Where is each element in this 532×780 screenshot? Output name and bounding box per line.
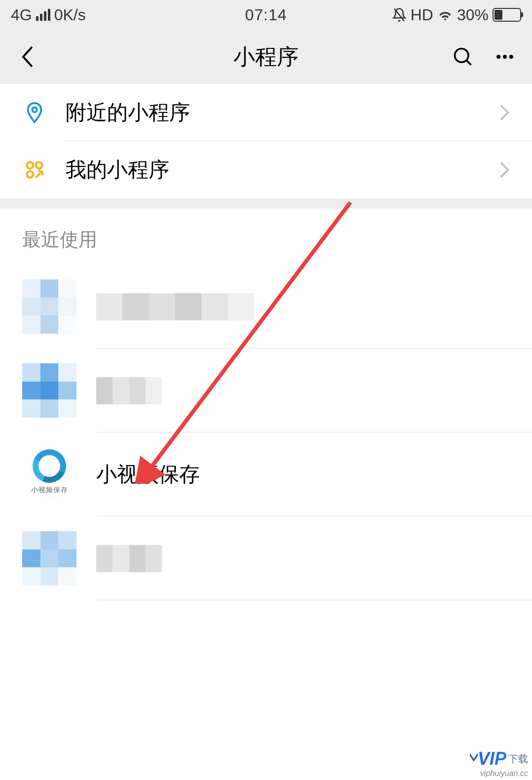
menu-item-mine[interactable]: 我的小程序	[0, 141, 532, 198]
mute-icon	[392, 7, 407, 22]
svg-point-1	[455, 49, 469, 63]
svg-marker-12	[470, 753, 478, 762]
app-label: 小视频保存	[96, 461, 200, 488]
watermark-logo-text: VIP	[478, 748, 506, 769]
svg-point-9	[27, 171, 33, 178]
watermark: VIP 下载 viphuiyuan.cc	[469, 748, 528, 778]
svg-point-6	[32, 107, 37, 112]
hd-label: HD	[411, 6, 433, 24]
search-icon	[452, 46, 474, 68]
section-divider	[0, 198, 532, 208]
battery-percent-label: 30%	[457, 6, 489, 24]
app-icon-blurred	[22, 279, 76, 334]
watermark-suffix: 下载	[508, 752, 528, 766]
recent-item-blurred[interactable]	[0, 349, 532, 432]
app-label-blurred	[96, 293, 254, 320]
menu-label: 附近的小程序	[66, 99, 499, 126]
more-icon	[494, 46, 516, 68]
chevron-right-icon	[499, 160, 510, 179]
network-speed-label: 0K/s	[54, 6, 86, 24]
svg-point-3	[496, 55, 500, 59]
recent-item-blurred[interactable]	[0, 516, 532, 600]
svg-point-5	[509, 55, 513, 59]
nav-bar: 小程序	[0, 30, 532, 84]
svg-point-8	[36, 162, 42, 168]
apps-icon	[22, 157, 47, 182]
status-bar: 4G 0K/s 07:14 HD 30%	[0, 0, 532, 30]
more-button[interactable]	[493, 44, 517, 69]
app-icon-blurred	[22, 531, 76, 585]
network-type-label: 4G	[11, 6, 32, 24]
wifi-icon	[437, 7, 453, 23]
recent-item-blurred[interactable]	[0, 265, 532, 349]
nav-right	[451, 44, 517, 69]
search-button[interactable]	[451, 44, 475, 69]
video-save-app-icon: 小视频保存 · · · · ·	[22, 447, 76, 502]
status-time: 07:14	[245, 6, 287, 24]
svg-point-4	[503, 55, 507, 59]
chevron-right-icon	[499, 103, 510, 122]
app-icon-blurred	[22, 363, 76, 418]
back-button[interactable]	[15, 44, 39, 69]
recent-header: 最近使用	[0, 208, 532, 265]
status-right: HD 30%	[392, 6, 521, 24]
status-left: 4G 0K/s	[11, 6, 86, 24]
location-icon	[22, 100, 47, 125]
menu-item-nearby[interactable]: 附近的小程序	[0, 84, 532, 141]
svg-line-2	[466, 60, 471, 65]
chevron-left-icon	[20, 45, 34, 69]
recent-item-video-save[interactable]: 小视频保存 · · · · · 小视频保存	[0, 432, 532, 516]
menu-section: 附近的小程序 我的小程序	[0, 84, 532, 198]
svg-point-7	[27, 162, 33, 168]
signal-icon	[36, 9, 50, 21]
recent-list: 小视频保存 · · · · · 小视频保存	[0, 265, 532, 600]
watermark-url: viphuiyuan.cc	[480, 769, 528, 778]
battery-icon	[493, 8, 521, 22]
app-label-blurred	[96, 377, 195, 404]
app-label-blurred	[96, 545, 195, 572]
page-title: 小程序	[233, 42, 299, 72]
menu-label: 我的小程序	[66, 156, 499, 184]
